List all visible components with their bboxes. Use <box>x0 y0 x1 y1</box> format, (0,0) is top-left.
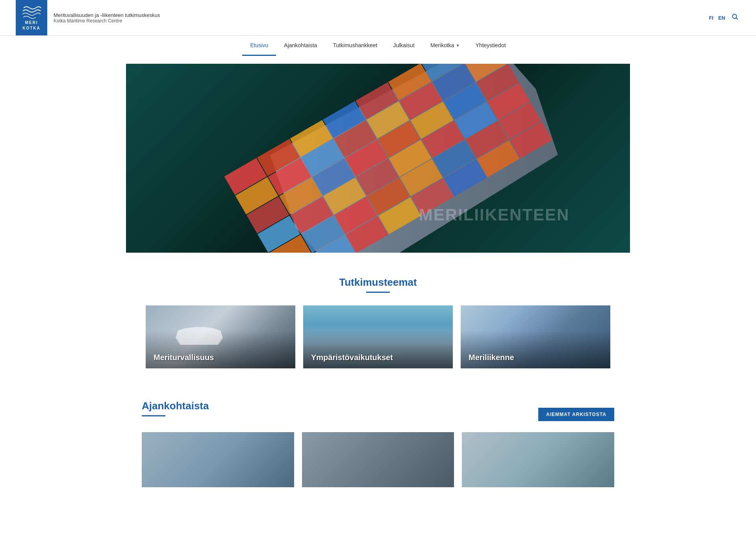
news-title-group: Ajankohtaista <box>142 400 209 429</box>
theme-card-ympa-bg: Ympäristövaikutukset <box>303 305 453 368</box>
nav-item-julkaisut[interactable]: Julkaisut <box>385 36 422 56</box>
news-cards-row <box>142 432 614 487</box>
site-title-fi: Merituvallisuuden ja -liikenteen tutkimu… <box>54 12 160 18</box>
hero-ship-bg <box>126 64 630 253</box>
theme-card-ymparistovaikutukset[interactable]: Ympäristövaikutukset <box>303 305 453 368</box>
news-section-underline <box>142 415 165 416</box>
nav-item-etusivu[interactable]: Etusivu <box>242 36 276 56</box>
theme-card-meri-bg: Meriturvallisuus <box>146 305 295 368</box>
theme-card-meri-label: Meriturvallisuus <box>154 353 214 362</box>
svg-point-0 <box>732 14 737 18</box>
news-section-title: Ajankohtaista <box>142 400 209 412</box>
news-card-2[interactable] <box>302 432 454 487</box>
nav-item-merikotka[interactable]: Merikotka▼ <box>422 36 468 56</box>
bottom-spacer <box>0 503 756 527</box>
header-right: FI EN <box>709 12 740 24</box>
theme-card-ympa-label: Ympäristövaikutukset <box>311 353 393 362</box>
nav-item-yhteystiedot[interactable]: Yhteystiedot <box>468 36 514 56</box>
lang-en-link[interactable]: EN <box>718 15 725 21</box>
archive-button[interactable]: AIEMMAT ARKISTOSTA <box>538 408 614 421</box>
logo-text: MERI KOTKA <box>22 20 41 31</box>
hero-section: MERILIIKENTEEN <box>126 64 630 253</box>
header-left: MERI KOTKA Merituvallisuuden ja -liikent… <box>16 0 160 35</box>
search-icon <box>732 13 739 20</box>
research-themes-section: Tutkimusteemat Meriturvallisuus Ympärist… <box>126 261 630 384</box>
research-themes-title: Tutkimusteemat <box>142 276 614 288</box>
hero-image: MERILIIKENTEEN <box>126 64 630 253</box>
main-nav: EtusivuAjankohtaistaTutkimushankkeetJulk… <box>0 36 756 56</box>
section-title-underline <box>366 292 390 293</box>
site-header: MERI KOTKA Merituvallisuuden ja -liikent… <box>0 0 756 36</box>
site-logo[interactable]: MERI KOTKA <box>16 0 47 35</box>
theme-cards-row: Meriturvallisuus Ympäristövaikutukset Me… <box>142 305 614 368</box>
news-section-header: Ajankohtaista AIEMMAT ARKISTOSTA <box>142 400 614 429</box>
theme-card-meri2-label: Meriliikenne <box>469 353 514 362</box>
news-section: Ajankohtaista AIEMMAT ARKISTOSTA <box>126 384 630 503</box>
svg-line-1 <box>736 18 738 19</box>
theme-card-meriliikenne[interactable]: Meriliikenne <box>461 305 610 368</box>
lang-fi-link[interactable]: FI <box>709 15 713 21</box>
search-button[interactable] <box>730 12 740 24</box>
logo-waves-icon <box>22 4 41 20</box>
containers-grid <box>224 64 552 253</box>
site-title-block: Merituvallisuuden ja -liikenteen tutkimu… <box>54 12 160 24</box>
hero-overlay-text: MERILIIKENTEEN <box>419 205 570 224</box>
news-card-3[interactable] <box>462 432 614 487</box>
news-card-1[interactable] <box>142 432 294 487</box>
theme-card-meriturvallisuus[interactable]: Meriturvallisuus <box>146 305 295 368</box>
theme-card-meri2-bg: Meriliikenne <box>461 305 610 368</box>
nav-item-tutkimushankkeet[interactable]: Tutkimushankkeet <box>325 36 385 56</box>
site-title-en: Kotka Maritime Research Centre <box>54 18 160 24</box>
chevron-down-icon: ▼ <box>456 43 460 48</box>
nav-item-ajankohtaista[interactable]: Ajankohtaista <box>276 36 325 56</box>
